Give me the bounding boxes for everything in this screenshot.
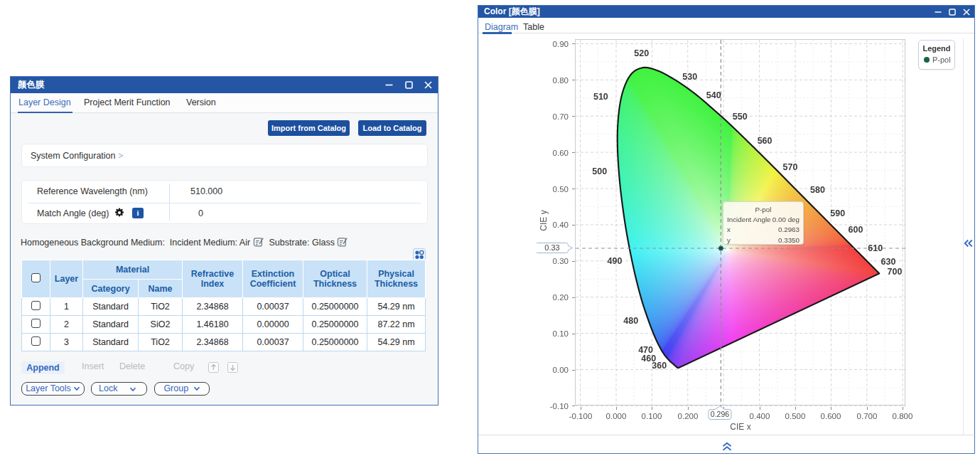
svg-text:470: 470 bbox=[638, 345, 653, 355]
svg-text:520: 520 bbox=[634, 48, 649, 58]
svg-text:580: 580 bbox=[810, 185, 825, 195]
svg-text:490: 490 bbox=[608, 256, 623, 266]
svg-text:600: 600 bbox=[849, 225, 863, 235]
svg-text:0.33: 0.33 bbox=[544, 243, 559, 252]
svg-text:540: 540 bbox=[706, 90, 721, 100]
svg-text:550: 550 bbox=[733, 112, 748, 122]
svg-text:610: 610 bbox=[868, 243, 883, 253]
svg-text:570: 570 bbox=[783, 162, 798, 172]
svg-text:590: 590 bbox=[830, 208, 845, 218]
svg-text:0.296: 0.296 bbox=[711, 410, 729, 418]
svg-text:500: 500 bbox=[592, 166, 607, 176]
svg-text:630: 630 bbox=[881, 257, 896, 267]
svg-text:480: 480 bbox=[623, 316, 638, 326]
svg-text:700: 700 bbox=[888, 267, 903, 277]
svg-text:560: 560 bbox=[758, 136, 772, 146]
svg-text:530: 530 bbox=[682, 72, 697, 82]
svg-text:510: 510 bbox=[593, 92, 608, 102]
